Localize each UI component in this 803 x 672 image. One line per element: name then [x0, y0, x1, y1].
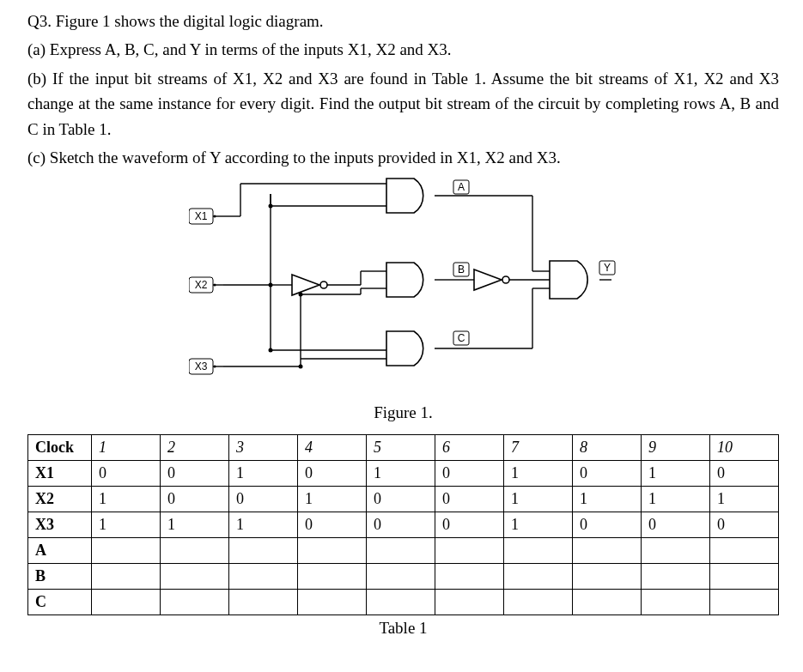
- cell: [573, 589, 642, 614]
- svg-point-11: [213, 365, 216, 367]
- table-row: X3 1 1 1 0 0 0 1 0 0 0: [28, 512, 779, 537]
- cell: 1: [504, 486, 573, 512]
- cell: 1: [298, 486, 367, 512]
- table-caption: Table 1: [27, 619, 779, 638]
- cell: 1: [504, 460, 573, 486]
- cell: [161, 563, 229, 589]
- cell: [573, 563, 642, 589]
- cell: 1: [161, 512, 229, 537]
- table-row: A: [28, 537, 779, 563]
- cell: 0: [298, 512, 367, 537]
- cell: 0: [573, 460, 642, 486]
- svg-text:C: C: [457, 332, 465, 344]
- cell: [642, 563, 710, 589]
- cell: [504, 537, 573, 563]
- table-row: X1 0 0 1 0 1 0 1 0 1 0: [28, 460, 779, 486]
- row-label: X2: [28, 486, 92, 512]
- cell: 0: [298, 460, 367, 486]
- cell: [367, 563, 435, 589]
- cell: [435, 563, 504, 589]
- junction-icon: [298, 364, 302, 368]
- svg-text:B: B: [457, 263, 464, 275]
- q3-part-c: (c) Sketch the waveform of Y according t…: [27, 145, 779, 170]
- svg-point-18: [320, 282, 327, 288]
- svg-text:X2: X2: [194, 279, 207, 291]
- cell-clock-7: 7: [504, 434, 573, 460]
- cell: 1: [642, 460, 710, 486]
- cell-clock-6: 6: [435, 434, 504, 460]
- input-x2: X2: [189, 277, 213, 293]
- cell: [367, 589, 435, 614]
- cell: [298, 537, 367, 563]
- cell-clock-1: 1: [92, 434, 161, 460]
- row-label: B: [28, 563, 92, 589]
- svg-point-23: [268, 203, 272, 208]
- not-gate-b: [474, 269, 509, 290]
- svg-text:Y: Y: [603, 262, 610, 274]
- q3-part-b: (b) If the input bit streams of X1, X2 a…: [27, 66, 779, 142]
- svg-point-9: [213, 283, 216, 286]
- cell: 0: [435, 486, 504, 512]
- node-b: B: [453, 263, 469, 276]
- cell: [504, 589, 573, 614]
- cell: 0: [710, 512, 779, 537]
- table-row-header: Clock 1 2 3 4 5 6 7 8 9 10: [28, 434, 779, 460]
- input-x3: X3: [189, 359, 213, 374]
- input-x1: X1: [189, 209, 213, 224]
- cell: [367, 537, 435, 563]
- and-gate-bot: [386, 331, 423, 366]
- logic-diagram: X1 X2 X3: [189, 174, 618, 397]
- cell: 0: [367, 486, 435, 512]
- cell: 0: [161, 486, 229, 512]
- figure-caption: Figure 1.: [27, 403, 779, 422]
- cell: [642, 537, 710, 563]
- table-body: Clock 1 2 3 4 5 6 7 8 9 10 X1 0 0 1 0 1 …: [28, 434, 779, 614]
- svg-text:A: A: [457, 181, 464, 193]
- cell: 1: [642, 486, 710, 512]
- page: Q3. Figure 1 shows the digital logic dia…: [0, 0, 803, 672]
- table-1: Clock 1 2 3 4 5 6 7 8 9 10 X1 0 0 1 0 1 …: [27, 434, 779, 615]
- and-gate-mid: [386, 263, 423, 297]
- cell: [298, 589, 367, 614]
- cell: 1: [504, 512, 573, 537]
- svg-text:X3: X3: [194, 360, 207, 372]
- cell: 0: [229, 486, 298, 512]
- cell: [435, 537, 504, 563]
- and-gate-final: [550, 261, 587, 299]
- node-y: Y: [599, 261, 615, 275]
- svg-point-35: [298, 292, 302, 296]
- cell: [298, 563, 367, 589]
- cell: [229, 563, 298, 589]
- cell-clock-8: 8: [573, 434, 642, 460]
- cell: [92, 537, 161, 563]
- cell: 0: [367, 512, 435, 537]
- cell: 0: [642, 512, 710, 537]
- cell: [504, 563, 573, 589]
- cell-clock-2: 2: [161, 434, 229, 460]
- and-gate-top: [386, 179, 423, 213]
- node-c: C: [453, 331, 469, 345]
- cell: [642, 589, 710, 614]
- row-label: C: [28, 589, 92, 614]
- svg-point-43: [268, 348, 272, 352]
- cell: [161, 589, 229, 614]
- cell: [435, 589, 504, 614]
- cell: [573, 537, 642, 563]
- cell-clock-9: 9: [642, 434, 710, 460]
- cell: 0: [161, 460, 229, 486]
- svg-point-39: [502, 276, 509, 283]
- cell: 1: [229, 512, 298, 537]
- cell: 1: [573, 486, 642, 512]
- table-row: B: [28, 563, 779, 589]
- cell-clock-3: 3: [229, 434, 298, 460]
- cell: [92, 563, 161, 589]
- q3-part-a: (a) Express A, B, C, and Y in terms of t…: [27, 37, 779, 62]
- cell: [92, 589, 161, 614]
- cell: [229, 537, 298, 563]
- cell: [229, 589, 298, 614]
- cell: [710, 589, 779, 614]
- svg-point-7: [213, 215, 216, 217]
- row-label: X3: [28, 512, 92, 537]
- row-label: X1: [28, 460, 92, 486]
- cell: 0: [573, 512, 642, 537]
